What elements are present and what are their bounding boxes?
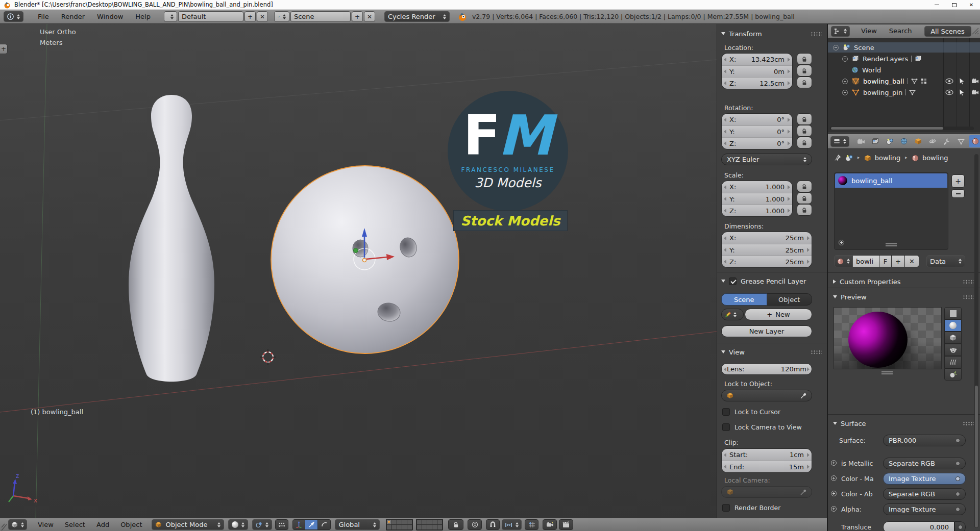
eyedropper-icon[interactable] <box>800 489 806 495</box>
snap-element-selector[interactable] <box>502 519 522 530</box>
panel-grip-icon[interactable] <box>811 350 822 355</box>
outliner-hscrollbar[interactable] <box>830 127 974 130</box>
lock-location-z-button[interactable] <box>797 77 812 88</box>
expand-node-icon[interactable] <box>831 506 837 512</box>
manipulator-y-handle[interactable] <box>354 248 358 253</box>
lock-camera-checkbox[interactable] <box>722 423 730 431</box>
increment-icon[interactable] <box>807 465 810 469</box>
increment-icon[interactable] <box>807 236 810 240</box>
menu-view[interactable]: View <box>32 518 59 531</box>
tab-render-layers[interactable] <box>869 135 882 147</box>
fake-user-button[interactable]: F <box>879 255 892 267</box>
layers-group-1[interactable] <box>386 519 413 530</box>
opengl-render-button[interactable] <box>543 519 557 530</box>
increment-icon[interactable] <box>788 197 790 201</box>
scene-icon-button[interactable] <box>274 11 289 22</box>
lock-scale-y-button[interactable] <box>797 192 812 204</box>
unlink-material-button[interactable]: ✕ <box>905 255 919 267</box>
expand-toggle-icon[interactable] <box>842 56 848 62</box>
node-socket-icon[interactable] <box>955 461 960 466</box>
decrement-icon[interactable] <box>724 130 726 134</box>
material-browse-button[interactable] <box>834 255 853 267</box>
tab-world[interactable] <box>897 135 911 147</box>
outliner-row-bowling-ball[interactable]: bowling_ball <box>828 76 980 86</box>
panel-header-preview[interactable]: Preview <box>833 292 974 302</box>
local-camera-field[interactable] <box>721 486 812 498</box>
snap-toggle[interactable] <box>486 519 500 530</box>
is-metallic-selector[interactable]: Separate RGB <box>883 458 966 469</box>
preview-monkey-button[interactable] <box>944 344 962 356</box>
outliner-editor-selector[interactable] <box>831 26 850 37</box>
tab-modifiers[interactable] <box>940 135 953 147</box>
snap-target-button[interactable] <box>525 519 538 530</box>
rotation-z-field[interactable]: Z:0° <box>722 137 792 149</box>
breadcrumb-material[interactable]: bowling <box>922 154 948 162</box>
panel-grip-icon[interactable] <box>963 295 974 299</box>
increment-icon[interactable] <box>807 453 810 457</box>
scale-x-field[interactable]: X:1.000 <box>722 181 792 193</box>
lock-to-cursor-checkbox[interactable] <box>722 408 730 416</box>
gp-brush-selector[interactable] <box>721 309 744 320</box>
translucency-socket-button[interactable] <box>954 521 966 531</box>
visibility-eye-icon[interactable] <box>945 89 953 95</box>
panel-header-grease-pencil[interactable]: Grease Pencil Layer <box>721 276 822 286</box>
resize-grip-icon[interactable] <box>1 519 7 530</box>
increment-icon[interactable] <box>788 118 790 122</box>
minimize-button[interactable] <box>928 0 945 10</box>
preview-cube-button[interactable] <box>944 332 962 344</box>
scale-y-field[interactable]: Y:1.000 <box>722 193 792 205</box>
resize-handle[interactable] <box>886 243 897 246</box>
scene-name-field[interactable]: Scene <box>290 11 351 22</box>
expand-node-icon[interactable] <box>831 475 837 481</box>
increment-icon[interactable] <box>807 248 810 252</box>
object-cube-icon[interactable] <box>864 155 871 162</box>
preview-flat-button[interactable] <box>944 307 962 319</box>
material-name-field[interactable]: bowli <box>853 255 879 267</box>
collapse-toggle-icon[interactable] <box>833 45 839 50</box>
gp-object-button[interactable]: Object <box>767 293 813 306</box>
visibility-eye-icon[interactable] <box>945 78 953 84</box>
material-sphere-icon[interactable] <box>912 155 919 162</box>
menu-add[interactable]: Add <box>91 518 115 531</box>
mode-selector[interactable]: Object Mode <box>152 519 224 530</box>
titlebar[interactable]: Blender* [C:\Users\franc\Desktop\BOWLING… <box>0 0 980 10</box>
lock-to-scene-toggle[interactable] <box>448 519 463 530</box>
decrement-icon[interactable] <box>724 465 726 469</box>
manipulator-axis-toggle[interactable] <box>292 519 305 530</box>
rotation-x-field[interactable]: X:0° <box>722 114 792 125</box>
material-slot-row[interactable]: bowling_ball <box>835 173 947 188</box>
properties-vscrollbar[interactable] <box>974 154 978 528</box>
renderable-camera-icon[interactable] <box>971 89 979 95</box>
decrement-icon[interactable] <box>724 209 726 213</box>
cursor-3d[interactable] <box>260 349 276 365</box>
lens-field[interactable]: Lens: 120mm <box>721 363 812 375</box>
rotation-y-field[interactable]: Y:0° <box>722 125 792 137</box>
panel-grip-icon[interactable] <box>811 32 822 36</box>
pivot-point-selector[interactable] <box>252 519 272 530</box>
lock-location-y-button[interactable] <box>797 65 812 77</box>
increment-icon[interactable] <box>807 367 810 371</box>
panel-header-view[interactable]: View <box>721 347 822 357</box>
location-x-field[interactable]: X:13.423cm <box>722 54 792 65</box>
selectable-cursor-icon[interactable] <box>959 89 965 96</box>
panel-grip-icon[interactable] <box>963 280 974 284</box>
outliner-row-scene[interactable]: Scene <box>828 42 980 53</box>
panel-header-custom-properties[interactable]: Custom Properties <box>833 276 974 287</box>
clip-end-field[interactable]: End:15m <box>722 461 812 472</box>
increment-icon[interactable] <box>788 185 790 189</box>
lock-scale-z-button[interactable] <box>797 204 812 216</box>
location-y-field[interactable]: Y:0m <box>722 65 792 77</box>
expand-node-icon[interactable] <box>831 460 837 466</box>
lock-rotation-y-button[interactable] <box>797 125 812 137</box>
decrement-icon[interactable] <box>724 367 726 371</box>
lock-location-x-button[interactable] <box>797 53 812 65</box>
tab-render[interactable] <box>854 135 868 147</box>
outliner-view-menu[interactable]: View <box>855 24 883 38</box>
expand-icon[interactable] <box>839 240 844 245</box>
properties-editor-selector[interactable] <box>830 136 849 147</box>
preview-hair-button[interactable] <box>944 356 962 368</box>
expand-node-icon[interactable] <box>831 491 837 496</box>
eyedropper-icon[interactable] <box>800 393 806 399</box>
screen-layout-icon-button[interactable] <box>164 11 177 22</box>
increment-icon[interactable] <box>807 260 810 264</box>
